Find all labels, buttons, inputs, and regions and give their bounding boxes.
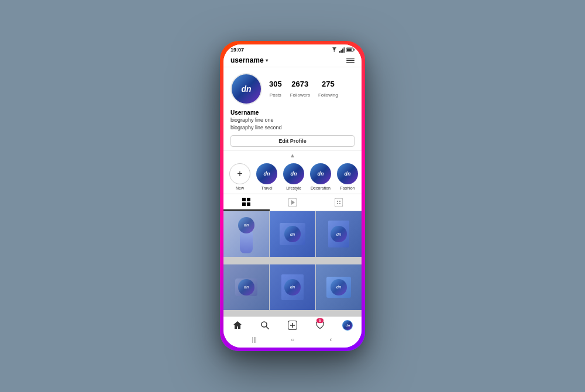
profile-name: Username: [230, 109, 355, 116]
highlight-lifestyle-letters: dn: [291, 171, 297, 177]
posts-count: 305: [269, 80, 282, 88]
svg-rect-5: [354, 49, 355, 51]
collapse-button[interactable]: ▲: [223, 150, 362, 160]
svg-rect-0: [339, 51, 340, 53]
grid4-logo: dn: [244, 285, 249, 289]
svg-rect-10: [247, 202, 250, 206]
bio-line-2: biography line second: [230, 124, 355, 132]
nav-search[interactable]: [251, 321, 278, 330]
stat-posts: 305 Posts: [269, 80, 282, 99]
svg-rect-3: [344, 47, 345, 53]
wifi-icon: [331, 47, 338, 53]
highlight-travel-label: Travel: [261, 186, 272, 190]
highlight-fashion[interactable]: dn Fashion: [337, 163, 358, 190]
photo-grid: dn dn dn dn dn dn: [223, 211, 362, 317]
profile-header: dn 305 Posts 2673 Followers 275 Followin…: [230, 73, 355, 105]
svg-rect-13: [335, 198, 343, 207]
posts-label: Posts: [270, 92, 281, 98]
svg-rect-6: [347, 49, 352, 51]
nav-add[interactable]: [278, 321, 306, 330]
nav-profile[interactable]: dn: [334, 320, 362, 331]
nav-avatar-letters: dn: [346, 324, 350, 327]
tab-tagged[interactable]: [315, 194, 362, 211]
phone-device: 19:07: [220, 41, 365, 351]
grid3-logo: dn: [336, 232, 342, 236]
grid-cell-2[interactable]: dn: [270, 211, 315, 257]
add-post-icon: [288, 321, 297, 330]
highlight-lifestyle[interactable]: dn Lifestyle: [283, 163, 304, 190]
avatar[interactable]: dn: [230, 73, 262, 105]
tab-grid[interactable]: [223, 194, 270, 211]
highlight-new-label: New: [236, 186, 244, 190]
highlight-new[interactable]: + New: [229, 163, 250, 190]
stat-following: 275 Following: [318, 80, 338, 99]
svg-point-14: [261, 322, 267, 327]
highlights-section: + New dn Travel dn Lifestyle dn D: [223, 160, 362, 194]
highlight-decoration[interactable]: dn Decoration: [310, 163, 331, 190]
svg-rect-1: [341, 50, 342, 53]
highlight-fashion-letters: dn: [345, 171, 351, 177]
highlight-lifestyle-label: Lifestyle: [286, 186, 301, 190]
highlight-travel[interactable]: dn Travel: [256, 163, 277, 190]
search-icon: [260, 321, 270, 330]
android-home-btn[interactable]: ○: [288, 335, 297, 344]
chevron-down-icon: ▾: [266, 58, 268, 63]
username-dropdown[interactable]: username ▾: [230, 56, 268, 64]
highlight-decoration-label: Decoration: [311, 186, 331, 190]
svg-rect-8: [247, 198, 250, 201]
svg-line-15: [266, 326, 269, 329]
android-back-btn[interactable]: ‹: [326, 335, 335, 344]
app-bar: username ▾: [223, 54, 362, 67]
following-count: 275: [318, 80, 338, 88]
android-navigation: ||| ○ ‹: [223, 332, 362, 348]
notification-badge: 5: [316, 318, 324, 323]
grid-cell-4[interactable]: dn: [223, 264, 269, 310]
status-time: 19:07: [230, 47, 244, 53]
stats-row: 305 Posts 2673 Followers 275 Following: [269, 80, 338, 99]
bio-line-1: biography line one: [230, 116, 355, 124]
tagged-icon: [335, 198, 343, 207]
grid-cell-6[interactable]: dn: [316, 264, 362, 310]
grid1-logo: dn: [244, 223, 249, 227]
followers-count: 2673: [290, 80, 310, 88]
grid5-logo: dn: [290, 285, 295, 289]
grid-cell-3[interactable]: dn: [316, 211, 362, 257]
svg-marker-12: [291, 200, 295, 205]
stat-followers: 2673 Followers: [290, 80, 310, 99]
grid6-logo: dn: [336, 285, 342, 289]
highlight-decoration-letters: dn: [318, 171, 324, 177]
nav-profile-avatar: dn: [342, 320, 353, 331]
status-icons: [331, 47, 355, 53]
grid-cell-1[interactable]: dn: [223, 211, 269, 257]
grid-view-icon: [242, 198, 250, 206]
android-recent-btn[interactable]: |||: [250, 335, 259, 344]
menu-icon[interactable]: [346, 58, 355, 63]
signal-icon: [339, 47, 345, 53]
edit-profile-button[interactable]: Edit Profile: [230, 135, 355, 147]
video-play-icon: [288, 198, 297, 207]
phone-screen: 19:07: [223, 44, 362, 348]
highlight-travel-letters: dn: [264, 171, 270, 177]
svg-rect-7: [242, 198, 246, 201]
bottom-navigation: 5 dn: [223, 317, 362, 332]
add-highlight-icon: +: [237, 169, 242, 178]
followers-label: Followers: [290, 92, 310, 98]
nav-home[interactable]: [223, 321, 251, 330]
content-tabs: [223, 194, 362, 211]
svg-rect-9: [242, 202, 246, 206]
home-icon: [233, 321, 242, 330]
battery-icon: [346, 47, 355, 52]
following-label: Following: [318, 92, 338, 98]
avatar-letters: dn: [241, 84, 251, 94]
highlight-fashion-label: Fashion: [340, 186, 355, 190]
tab-video[interactable]: [270, 194, 316, 211]
status-bar: 19:07: [223, 44, 362, 54]
username-label: username: [230, 56, 264, 64]
grid-cell-5[interactable]: dn: [270, 264, 315, 310]
nav-notifications[interactable]: 5: [307, 321, 334, 330]
grid2-logo: dn: [290, 232, 295, 236]
profile-section: dn 305 Posts 2673 Followers 275 Followin…: [223, 67, 362, 150]
svg-rect-2: [342, 49, 343, 53]
